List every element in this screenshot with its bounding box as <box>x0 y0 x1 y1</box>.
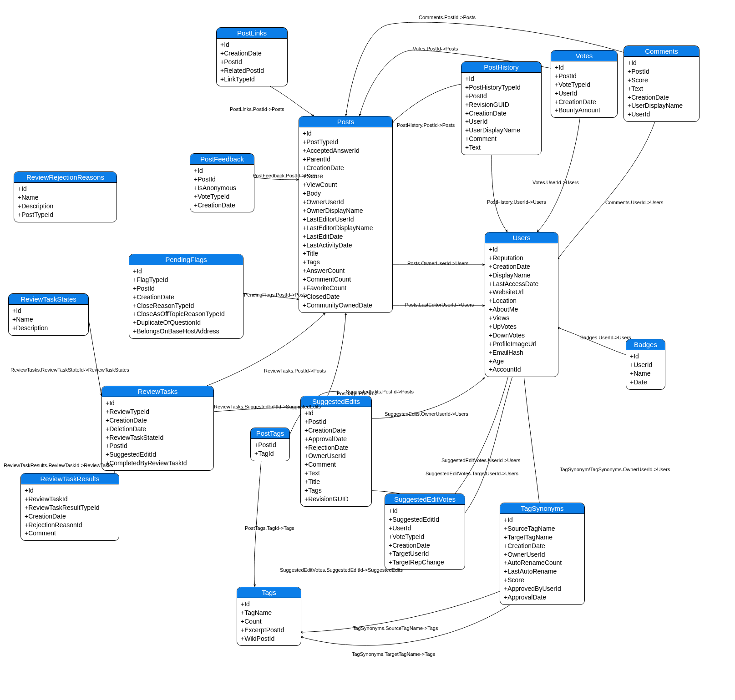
entity-attr: +CreationDate <box>465 109 537 118</box>
entity-attr: +CreationDate <box>304 426 368 435</box>
edge-label: PostFeedback.PostId->Posts <box>253 173 317 178</box>
entity-attr: +CreationDate <box>504 542 581 550</box>
entity-attr: +AnswerCount <box>303 267 389 275</box>
edge-label: SuggestedEditVotes.SuggestedEditId->Sugg… <box>280 567 403 573</box>
edge-label: SuggestedEditVotes.TargetUserId->Users <box>426 471 518 476</box>
entity-attr: +OwnerUserId <box>504 550 581 559</box>
entity-attr: +Id <box>489 245 554 254</box>
entity-attr: +Text <box>465 143 537 152</box>
entity-attr: +UserId <box>628 110 695 119</box>
entity-attr: +LastEditorUserId <box>303 215 389 224</box>
entity-attr: +ViewCount <box>303 181 389 189</box>
entity-attr: +LastAccessDate <box>489 280 554 288</box>
entity-title: Posts <box>299 116 392 127</box>
relationship-edge <box>328 313 346 396</box>
entity-attr: +Tags <box>303 258 389 267</box>
entity-attr: +Id <box>133 267 239 276</box>
entity-attr: +RelatedPostId <box>220 66 284 75</box>
entity-attrs: +Id+Name+Description+PostTypeId <box>14 183 117 222</box>
entity-attr: +Id <box>304 409 368 418</box>
relationship-edge <box>523 371 539 503</box>
entity-attr: +LastActivityDate <box>303 241 389 250</box>
entity-attrs: +Id+TagName+Count+ExcerptPostId+WikiPost… <box>237 598 301 645</box>
entity-attr: +Name <box>630 369 661 378</box>
entity-attr: +CommentCount <box>303 275 389 284</box>
entity-attr: +AboutMe <box>489 305 554 314</box>
entity-attr: +Id <box>630 352 661 361</box>
entity-attr: +CreationDate <box>133 293 239 302</box>
entity-pendingflags: PendingFlags+Id+FlagTypeId+PostId+Creati… <box>129 254 243 339</box>
entity-attrs: +PostId+TagId <box>251 439 289 461</box>
entity-reviewtasks: ReviewTasks+Id+ReviewTypeId+CreationDate… <box>101 386 214 471</box>
entity-attr: +Title <box>303 249 389 258</box>
entity-attr: +ReviewTaskResultTypeId <box>25 504 115 512</box>
entity-title: PostFeedback <box>190 154 254 165</box>
entity-attr: +LastAutoRename <box>504 567 581 576</box>
entity-title: ReviewTaskStates <box>9 294 88 305</box>
edge-label: PostLinks.PostId->Posts <box>230 106 284 112</box>
entity-attr: +DisplayName <box>489 271 554 280</box>
entity-attr: +PostTypeId <box>18 211 113 219</box>
entity-comments: Comments+Id+PostId+Score+Text+CreationDa… <box>623 45 700 122</box>
entity-attrs: +Id+ReviewTypeId+CreationDate+DeletionDa… <box>102 397 213 470</box>
edge-label: Comments.UserId->Users <box>605 200 663 205</box>
entity-attr: +BelongsOnBaseHostAddress <box>133 327 239 336</box>
entity-attr: +SourceTagName <box>504 524 581 533</box>
entity-attr: +ReviewTaskId <box>25 495 115 504</box>
entity-attr: +ApprovalDate <box>504 593 581 602</box>
entity-attr: +CreationDate <box>194 201 250 210</box>
entity-attr: +AutoRenameCount <box>504 559 581 567</box>
entity-attr: +Comment <box>25 529 115 538</box>
entity-attr: +AccountId <box>489 365 554 374</box>
entity-attr: +DeletionDate <box>106 425 210 433</box>
entity-attr: +UpVotes <box>489 322 554 331</box>
entity-attrs: +Id+PostId+CreationDate+ApprovalDate+Rej… <box>301 407 371 506</box>
entity-attr: +WikiPostId <box>241 635 297 643</box>
entity-attr: +CommunityOwnedDate <box>303 301 389 310</box>
entity-attr: +IsAnonymous <box>194 184 250 192</box>
entity-attr: +Comment <box>465 135 537 143</box>
relationship-edge <box>492 152 507 232</box>
entity-attr: +Text <box>304 469 368 478</box>
entity-attr: +CreationDate <box>389 541 461 550</box>
entity-attr: +SuggestedEditId <box>389 515 461 524</box>
entity-reviewtaskstates: ReviewTaskStates+Id+Name+Description <box>8 293 89 336</box>
edge-label: SuggestedEdits.OwnerUserId->Users <box>385 411 468 417</box>
edge-label: Comments.PostId->Posts <box>419 15 476 20</box>
entity-posthistory: PostHistory+Id+PostHistoryTypeId+PostId+… <box>461 61 542 155</box>
entity-attr: +ReviewTaskStateId <box>106 433 210 442</box>
entity-attr: +PostId <box>304 418 368 426</box>
entity-attrs: +Id+PostTypeId+AcceptedAnswerId+ParentId… <box>299 127 392 312</box>
entity-attr: +Date <box>630 378 661 387</box>
entity-badges: Badges+Id+UserId+Name+Date <box>626 339 665 390</box>
entity-suggestededits: SuggestedEdits+Id+PostId+CreationDate+Ap… <box>300 396 372 507</box>
entity-reviewtaskresults: ReviewTaskResults+Id+ReviewTaskId+Review… <box>20 473 119 541</box>
entity-attr: +EmailHash <box>489 348 554 357</box>
relationship-edge <box>254 454 262 587</box>
edge-label: Posts.OwnerUserId->Users <box>407 261 468 266</box>
entity-attr: +LinkTypeId <box>220 75 284 84</box>
entity-title: PostLinks <box>217 28 287 39</box>
entity-attr: +VoteTypeId <box>389 533 461 541</box>
entity-title: ReviewTaskResults <box>21 473 119 484</box>
entity-attr: +CompletedByReviewTaskId <box>106 459 210 468</box>
entity-attr: +FlagTypeId <box>133 276 239 284</box>
entity-attr: +LastEditorDisplayName <box>303 224 389 232</box>
edge-label: Votes.UserId->Users <box>532 180 579 185</box>
entity-attr: +FavoriteCount <box>303 284 389 292</box>
entity-attr: +SuggestedEditId <box>106 450 210 459</box>
entity-reviewrejectionreasons: ReviewRejectionReasons+Id+Name+Descripti… <box>14 171 117 222</box>
entity-attr: +CreationDate <box>303 164 389 172</box>
entity-attr: +Id <box>628 59 695 67</box>
entity-attr: +CreationDate <box>220 49 284 58</box>
relationship-edge <box>558 121 655 259</box>
entity-attr: +OwnerUserId <box>304 452 368 460</box>
edge-label: PostHistory.UserId->Users <box>487 199 546 205</box>
entity-attr: +Name <box>12 315 85 324</box>
edge-label: ReviewTasks.ReviewTaskStateId->ReviewTas… <box>10 367 129 373</box>
entity-attr: +PostId <box>194 175 250 184</box>
entity-attr: +PostId <box>254 441 286 449</box>
entity-attr: +Id <box>12 307 85 315</box>
entity-attr: +TargetTagName <box>504 533 581 542</box>
entity-attr: +PostId <box>220 58 284 66</box>
